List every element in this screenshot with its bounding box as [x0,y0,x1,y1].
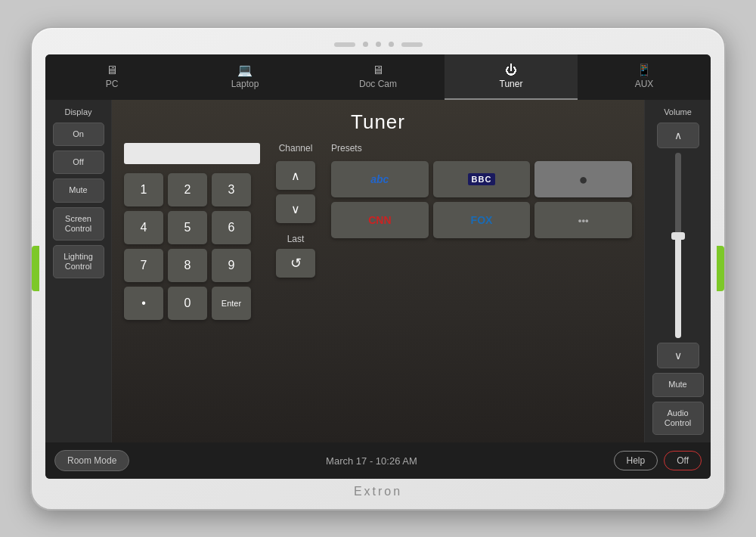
more-label: ••• [578,215,589,226]
channel-section: Channel Last [269,143,322,435]
chevron-up-icon [291,169,300,183]
num-6[interactable]: 6 [212,211,251,244]
tab-aux[interactable]: 📱 AUX [578,54,711,100]
led-bar-left [334,42,355,47]
bottom-bar: Room Mode March 17 - 10:26 AM Help Off [45,442,711,479]
laptop-icon: 💻 [237,64,253,76]
left-sidebar: Display On Off Mute ScreenControl Lighti… [45,100,112,442]
led-dot-3 [389,42,394,47]
tuner-body: 1 2 3 4 5 6 7 8 9 • 0 Enter [124,143,632,435]
display-on-button[interactable]: On [53,123,104,146]
led-indicators [334,42,423,47]
channel-label: Channel [279,143,313,154]
right-handle [717,246,724,291]
presets-grid: abc BBC ● CNN FO [331,161,632,238]
vol-up-icon [674,129,682,141]
preset-bbc[interactable]: BBC [433,161,531,197]
tab-tuner[interactable]: ⏻ Tuner [445,54,578,100]
led-dot-1 [363,42,368,47]
num-9[interactable]: 9 [212,249,251,282]
aux-icon: 📱 [637,64,652,76]
dot-label: ● [579,171,588,188]
left-handle [32,246,39,291]
bbc-label: BBC [468,173,496,185]
audio-control-button[interactable]: AudioControl [652,402,704,435]
chevron-down-icon [291,202,300,216]
channel-down-button[interactable] [276,194,315,223]
lighting-control-button[interactable]: LightingControl [53,245,104,278]
presets-section: Presets abc BBC ● [331,143,632,435]
room-mode-button[interactable]: Room Mode [54,450,129,471]
datetime-display: March 17 - 10:26 AM [135,455,607,467]
num-5[interactable]: 5 [168,211,207,244]
screen-control-button[interactable]: ScreenControl [53,207,104,241]
num-1[interactable]: 1 [124,173,163,206]
numpad-section: 1 2 3 4 5 6 7 8 9 • 0 Enter [124,143,260,435]
tuner-title: Tuner [351,110,405,134]
num-4[interactable]: 4 [124,211,163,244]
doccam-icon: 🖥 [372,64,384,76]
channel-up-button[interactable] [276,161,315,190]
num-7[interactable]: 7 [124,249,163,282]
display-mute-button[interactable]: Mute [53,178,104,202]
num-enter[interactable]: Enter [212,287,251,320]
tab-tuner-label: Tuner [500,79,523,89]
brand-label: Extron [354,485,402,498]
help-button[interactable]: Help [614,451,658,470]
tab-laptop-label: Laptop [231,79,259,89]
undo-icon [290,255,302,272]
last-channel-button[interactable] [276,249,315,278]
pc-icon: 🖥 [106,64,118,76]
num-2[interactable]: 2 [168,173,207,206]
preset-abc[interactable]: abc [331,161,429,197]
preset-cnn[interactable]: CNN [331,202,429,238]
tuner-icon: ⏻ [505,64,517,76]
num-0[interactable]: 0 [168,287,207,320]
right-sidebar: Volume Mute AudioControl [644,100,711,442]
cnn-label: CNN [368,214,391,226]
last-label: Last [287,234,305,244]
num-8[interactable]: 8 [168,249,207,282]
volume-up-button[interactable] [657,123,699,148]
tab-pc-label: PC [106,79,119,89]
tab-laptop[interactable]: 💻 Laptop [178,54,311,100]
abc-label: abc [370,173,389,185]
preset-more[interactable]: ••• [534,202,632,238]
volume-down-button[interactable] [657,343,699,368]
num-dot[interactable]: • [124,287,163,320]
main-row: Display On Off Mute ScreenControl Lighti… [45,100,711,442]
volume-thumb [671,232,685,240]
presets-label: Presets [331,143,632,154]
volume-mute-button[interactable]: Mute [652,373,704,396]
tuner-panel: Tuner 1 2 3 4 5 6 7 8 [112,100,644,442]
tab-bar: 🖥 PC 💻 Laptop 🖥 Doc Cam ⏻ Tuner 📱 AUX [45,54,711,100]
volume-slider-area [649,153,706,338]
display-off-button[interactable]: Off [53,151,104,174]
vol-down-icon [674,349,682,362]
num-3[interactable]: 3 [212,173,251,206]
channel-display [124,143,260,164]
tab-aux-label: AUX [635,79,654,89]
volume-label: Volume [664,107,692,116]
preset-fox[interactable]: FOX [433,202,531,238]
fox-label: FOX [471,214,493,226]
display-label: Display [64,107,91,116]
off-button[interactable]: Off [664,451,702,470]
numpad-grid: 1 2 3 4 5 6 7 8 9 • 0 Enter [124,173,260,320]
tab-doccam[interactable]: 🖥 Doc Cam [311,54,445,100]
tab-doccam-label: Doc Cam [359,79,397,89]
volume-fill [675,236,681,338]
volume-track[interactable] [675,153,681,338]
tab-pc[interactable]: 🖥 PC [45,54,178,100]
device-shell: 🖥 PC 💻 Laptop 🖥 Doc Cam ⏻ Tuner 📱 AUX [30,26,726,511]
preset-dot[interactable]: ● [534,161,632,197]
screen: 🖥 PC 💻 Laptop 🖥 Doc Cam ⏻ Tuner 📱 AUX [45,54,711,479]
led-bar-right [401,42,423,47]
led-dot-2 [376,42,381,47]
